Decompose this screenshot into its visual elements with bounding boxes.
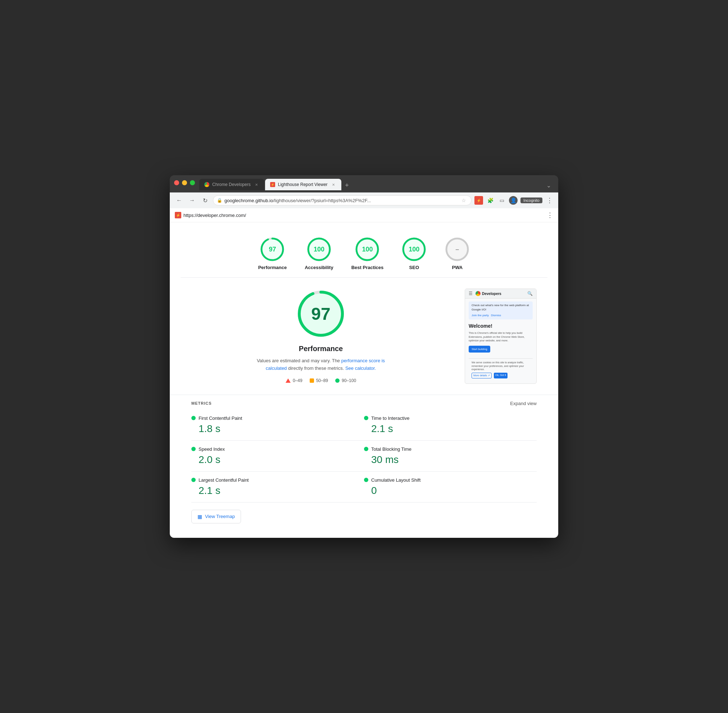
metric-item-fcp: First Contentful Paint 1.8 s	[191, 410, 364, 441]
score-label-accessibility: Accessibility	[305, 265, 333, 270]
refresh-button[interactable]: ↻	[200, 195, 210, 206]
score-ring-performance: 97	[260, 237, 285, 262]
metric-name-fcp: First Contentful Paint	[198, 416, 242, 421]
legend-item-poor: 0–49	[286, 378, 303, 383]
performance-title: Performance	[191, 345, 451, 353]
traffic-light-minimize[interactable]	[182, 180, 187, 185]
good-range: 90–100	[342, 378, 356, 383]
calculator-link[interactable]: See calculator.	[345, 365, 376, 371]
metrics-header: METRICS Expand view	[191, 395, 537, 410]
info-bar-url[interactable]: https://developer.chrome.com/	[183, 213, 246, 218]
new-tab-button[interactable]: +	[342, 180, 352, 190]
menu-icon[interactable]: ⋮	[545, 196, 554, 205]
score-item-pwa[interactable]: – PWA	[445, 237, 470, 270]
info-bar: ⚡ https://developer.chrome.com/ ⋮	[170, 208, 558, 222]
score-item-performance[interactable]: 97 Performance	[258, 237, 286, 270]
tab-close-lighthouse[interactable]: ✕	[331, 182, 336, 187]
treemap-section: ▦ View Treemap	[170, 503, 558, 527]
tab-menu-button[interactable]: ⌄	[543, 180, 554, 190]
lighthouse-icon: ⚡	[270, 182, 275, 187]
screenshot-banner: Check out what's new for the web platfor…	[468, 301, 533, 319]
score-legend: 0–49 50–89 90–100	[191, 378, 451, 383]
score-ring-accessibility: 100	[306, 237, 332, 262]
metrics-section: METRICS Expand view First Contentful Pai…	[170, 395, 558, 503]
traffic-lights	[174, 180, 195, 185]
metric-item-lcp: Largest Contentful Paint 2.1 s	[191, 471, 364, 503]
screenshot-site-title: Developers	[482, 292, 501, 296]
ok-got-it-btn: Ok, Got It	[494, 373, 507, 379]
metric-value-si: 2.0 s	[191, 454, 350, 465]
tab-chrome-developers-title: Chrome Developers	[212, 182, 251, 187]
metric-name-tti: Time to Interactive	[371, 416, 409, 421]
score-item-seo[interactable]: 100 SEO	[401, 237, 427, 270]
expand-view-button[interactable]: Expand view	[510, 401, 537, 406]
metric-value-lcp: 2.1 s	[191, 485, 350, 497]
legend-item-average: 50–89	[310, 378, 328, 383]
score-ring-best-practices: 100	[355, 237, 380, 262]
start-building-cta: Start building	[468, 346, 490, 352]
metric-dot-fcp	[191, 416, 195, 420]
screenshot-cookies: We serve cookies on this site to analyze…	[468, 358, 533, 380]
performance-left: 97 Performance Values are estimated and …	[191, 288, 451, 384]
tab-close-chrome[interactable]: ✕	[254, 182, 260, 187]
address-path: /lighthouse/viewer/?psiurl=https%3A%2F%2…	[273, 198, 371, 203]
legend-item-good: 90–100	[335, 378, 356, 383]
chrome-small-icon	[476, 291, 480, 296]
metrics-grid: First Contentful Paint 1.8 s Time to Int…	[191, 410, 537, 503]
tab-lighthouse-viewer[interactable]: ⚡ Lighthouse Report Viewer ✕	[265, 179, 341, 190]
average-range: 50–89	[316, 378, 328, 383]
star-icon[interactable]: ☆	[461, 197, 466, 203]
performance-description: Values are estimated and may vary. The p…	[252, 357, 389, 372]
score-label-seo: SEO	[409, 265, 419, 270]
score-label-performance: Performance	[258, 265, 286, 270]
address-text: googlechrome.github.io/lighthouse/viewer…	[224, 198, 459, 203]
metric-name-row-tti: Time to Interactive	[364, 416, 537, 421]
metric-name-row-cls: Cumulative Layout Shift	[364, 477, 537, 483]
traffic-light-maximize[interactable]	[190, 180, 195, 185]
metric-item-tbt: Total Blocking Time 30 ms	[364, 441, 537, 471]
dismiss-btn: Dismiss	[491, 313, 501, 318]
page-content: 97 Performance 100 Accessibility	[170, 222, 558, 538]
title-bar: Chrome Developers ✕ ⚡ Lighthouse Report …	[170, 175, 558, 192]
metric-item-cls: Cumulative Layout Shift 0	[364, 471, 537, 503]
cast-icon[interactable]: ▭	[497, 196, 506, 205]
chrome-icon	[204, 182, 209, 187]
metrics-title: METRICS	[191, 401, 212, 406]
traffic-light-close[interactable]	[174, 180, 179, 185]
scores-row: 97 Performance 100 Accessibility	[181, 233, 547, 278]
score-item-accessibility[interactable]: 100 Accessibility	[305, 237, 333, 270]
metric-value-tti: 2.1 s	[364, 423, 537, 434]
address-input[interactable]: 🔒 googlechrome.github.io/lighthouse/view…	[213, 195, 471, 206]
metric-item-tti: Time to Interactive 2.1 s	[364, 410, 537, 441]
score-value-pwa: –	[455, 246, 459, 253]
welcome-title: Welcome!	[468, 322, 533, 330]
puzzle-icon[interactable]: 🧩	[486, 196, 495, 205]
profile-icon[interactable]: 👤	[509, 196, 518, 205]
metric-name-row-tbt: Total Blocking Time	[364, 446, 537, 452]
forward-button[interactable]: →	[187, 195, 197, 206]
join-party-btn: Join the party	[471, 313, 489, 318]
screenshot-frame: ☰ Developers 🔍 Check out what's new for …	[465, 288, 537, 384]
score-item-best-practices[interactable]: 100 Best Practices	[351, 237, 384, 270]
browser-window: Chrome Developers ✕ ⚡ Lighthouse Report …	[170, 175, 558, 538]
screenshot-header: ☰ Developers 🔍	[465, 289, 536, 298]
good-icon	[335, 379, 340, 383]
incognito-badge: Incognito	[521, 197, 542, 203]
tab-chrome-developers[interactable]: Chrome Developers ✕	[199, 179, 264, 190]
hamburger-icon: ☰	[468, 291, 473, 296]
screenshot-logo: Developers	[476, 291, 501, 296]
tabs-row: Chrome Developers ✕ ⚡ Lighthouse Report …	[199, 179, 554, 190]
lock-icon: 🔒	[217, 198, 222, 203]
metric-name-si: Speed Index	[198, 446, 225, 452]
address-actions: ⚡ 🧩 ▭ 👤 Incognito ⋮	[474, 196, 554, 205]
back-button[interactable]: ←	[174, 195, 184, 206]
lighthouse-ext-icon[interactable]: ⚡	[474, 196, 483, 205]
info-bar-icon: ⚡	[175, 212, 181, 218]
metric-value-fcp: 1.8 s	[191, 423, 350, 434]
metric-name-tbt: Total Blocking Time	[371, 446, 412, 452]
view-treemap-button[interactable]: ▦ View Treemap	[191, 510, 241, 524]
info-bar-menu[interactable]: ⋮	[547, 211, 553, 219]
metric-dot-lcp	[191, 478, 195, 482]
treemap-label: View Treemap	[205, 514, 235, 519]
score-label-pwa: PWA	[452, 265, 462, 270]
